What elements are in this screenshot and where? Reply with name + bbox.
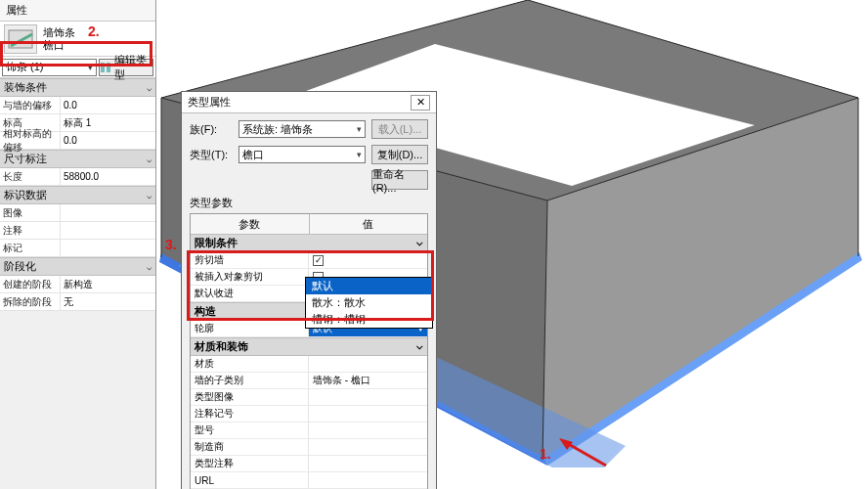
category-title: 限制条件 bbox=[195, 236, 238, 250]
params-table: 参数 值 限制条件⌵剪切墙✓被插入对象剪切默认收进0.0构造⌵轮廓默认▾材质和装… bbox=[190, 213, 428, 489]
property-value[interactable]: 标高 1 bbox=[61, 114, 155, 131]
param-key: 型号 bbox=[191, 422, 309, 438]
load-button[interactable]: 载入(L)... bbox=[371, 119, 428, 139]
param-key: 类型图像 bbox=[191, 389, 309, 405]
property-value[interactable] bbox=[61, 240, 155, 256]
family-combo[interactable]: 系统族: 墙饰条 ▾ bbox=[239, 120, 366, 138]
edit-type-icon bbox=[100, 61, 112, 74]
param-value[interactable] bbox=[309, 439, 427, 455]
property-row[interactable]: 注释 bbox=[0, 222, 155, 240]
param-row[interactable]: 制造商 bbox=[191, 439, 427, 456]
param-row[interactable]: URL bbox=[191, 472, 427, 489]
instance-selector-combo[interactable]: 饰条 (1) ▾ bbox=[2, 59, 97, 76]
property-value[interactable]: 无 bbox=[61, 293, 155, 310]
param-row[interactable]: 注释记号 bbox=[191, 406, 427, 422]
param-category-header[interactable]: 限制条件⌵ bbox=[191, 234, 427, 252]
dropdown-item[interactable]: 槽钢：槽钢 bbox=[306, 311, 432, 328]
property-value[interactable]: 0.0 bbox=[61, 132, 155, 149]
type-value: 檐口 bbox=[242, 148, 264, 162]
param-key: URL bbox=[191, 472, 309, 488]
type-name-line2: 檐口 bbox=[43, 39, 75, 52]
param-row[interactable]: 类型图像 bbox=[191, 389, 427, 406]
property-value[interactable]: 新构造 bbox=[61, 276, 155, 292]
dropdown-item[interactable]: 默认 bbox=[306, 278, 432, 294]
property-value[interactable] bbox=[61, 204, 155, 221]
collapse-icon: ⌵ bbox=[147, 191, 152, 200]
params-header: 参数 值 bbox=[191, 214, 427, 234]
collapse-icon: ⌵ bbox=[416, 339, 423, 354]
close-button[interactable]: ✕ bbox=[411, 95, 430, 111]
param-key: 默认收进 bbox=[191, 286, 309, 301]
property-row[interactable]: 相对标高的偏移0.0 bbox=[0, 132, 155, 150]
param-row[interactable]: 材质 bbox=[191, 356, 427, 373]
svg-rect-10 bbox=[107, 63, 110, 72]
type-combo[interactable]: 檐口 ▾ bbox=[239, 146, 366, 163]
property-row[interactable]: 长度58800.0 bbox=[0, 168, 155, 186]
group-header[interactable]: 标识数据⌵ bbox=[0, 186, 155, 204]
param-value[interactable] bbox=[309, 356, 427, 372]
property-row[interactable]: 创建的阶段新构造 bbox=[0, 276, 155, 293]
param-key: 注释记号 bbox=[191, 406, 309, 422]
type-name-line1: 墙饰条 bbox=[43, 26, 75, 39]
group-header[interactable]: 尺寸标注⌵ bbox=[0, 150, 155, 168]
family-label: 族(F): bbox=[190, 122, 233, 137]
group-title: 标识数据 bbox=[4, 188, 47, 202]
param-value[interactable]: 墙饰条 - 檐口 bbox=[309, 373, 427, 388]
col-header-param: 参数 bbox=[191, 214, 310, 234]
chevron-down-icon: ▾ bbox=[357, 124, 362, 134]
dialog-titlebar[interactable]: 类型属性 ✕ bbox=[182, 92, 436, 113]
param-category-header[interactable]: 材质和装饰⌵ bbox=[191, 337, 427, 356]
property-value[interactable] bbox=[61, 222, 155, 239]
instance-selector-value: 饰条 (1) bbox=[6, 60, 44, 74]
dialog-title: 类型属性 bbox=[188, 95, 231, 110]
collapse-icon: ⌵ bbox=[147, 262, 152, 272]
type-label: 类型(T): bbox=[190, 148, 233, 162]
type-thumbnail-icon bbox=[4, 24, 37, 54]
copy-button[interactable]: 复制(D)... bbox=[371, 145, 428, 164]
param-key: 材质 bbox=[191, 356, 309, 372]
chevron-down-icon: ▾ bbox=[88, 63, 93, 72]
profile-dropdown[interactable]: 默认散水：散水槽钢：槽钢 bbox=[305, 277, 433, 329]
svg-rect-9 bbox=[101, 63, 105, 72]
category-title: 材质和装饰 bbox=[195, 339, 248, 354]
chevron-down-icon: ▾ bbox=[357, 150, 362, 159]
group-header[interactable]: 阶段化⌵ bbox=[0, 257, 155, 276]
param-key: 类型注释 bbox=[191, 456, 309, 471]
property-key: 长度 bbox=[0, 168, 61, 185]
param-key: 被插入对象剪切 bbox=[191, 269, 309, 285]
group-title: 装饰条件 bbox=[4, 80, 47, 95]
property-key: 与墙的偏移 bbox=[0, 97, 61, 113]
property-key: 创建的阶段 bbox=[0, 276, 61, 292]
property-key: 拆除的阶段 bbox=[0, 293, 61, 310]
properties-panel: 属性 墙饰条 檐口 饰条 (1) ▾ 编辑类型 装饰条件⌵与墙的偏移0.0标高标… bbox=[0, 0, 156, 489]
property-value[interactable]: 0.0 bbox=[61, 97, 155, 113]
edit-type-button[interactable]: 编辑类型 bbox=[99, 59, 153, 76]
property-key: 图像 bbox=[0, 204, 61, 221]
property-row[interactable]: 标记 bbox=[0, 240, 155, 257]
param-value[interactable] bbox=[309, 472, 427, 488]
property-value[interactable]: 58800.0 bbox=[61, 168, 155, 185]
property-row[interactable]: 与墙的偏移0.0 bbox=[0, 97, 155, 114]
property-key: 注释 bbox=[0, 222, 61, 239]
property-key: 相对标高的偏移 bbox=[0, 132, 61, 149]
param-row[interactable]: 剪切墙✓ bbox=[191, 252, 427, 269]
param-row[interactable]: 型号 bbox=[191, 422, 427, 439]
param-value[interactable] bbox=[309, 406, 427, 422]
property-row[interactable]: 图像 bbox=[0, 204, 155, 222]
param-value[interactable]: ✓ bbox=[309, 252, 427, 268]
collapse-icon: ⌵ bbox=[416, 236, 423, 250]
dropdown-item[interactable]: 散水：散水 bbox=[306, 294, 432, 311]
param-row[interactable]: 墙的子类别墙饰条 - 檐口 bbox=[191, 373, 427, 389]
param-key: 制造商 bbox=[191, 439, 309, 455]
group-title: 尺寸标注 bbox=[4, 152, 47, 166]
col-header-value: 值 bbox=[310, 214, 428, 234]
property-key: 标记 bbox=[0, 240, 61, 256]
checkbox[interactable]: ✓ bbox=[313, 255, 324, 266]
rename-button[interactable]: 重命名(R)... bbox=[371, 170, 428, 190]
param-value[interactable] bbox=[309, 389, 427, 405]
property-row[interactable]: 拆除的阶段无 bbox=[0, 293, 155, 311]
param-value[interactable] bbox=[309, 422, 427, 438]
param-value[interactable] bbox=[309, 456, 427, 471]
edit-type-label: 编辑类型 bbox=[114, 53, 152, 82]
param-row[interactable]: 类型注释 bbox=[191, 456, 427, 472]
